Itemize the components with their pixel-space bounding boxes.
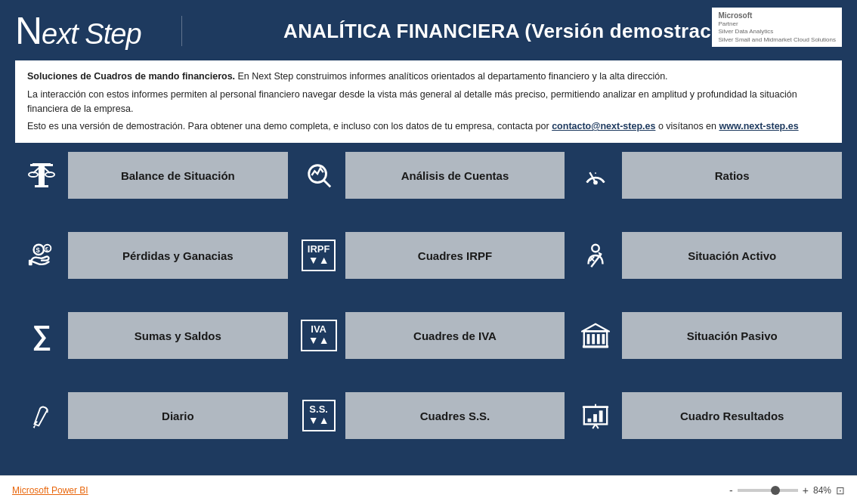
header-divider xyxy=(181,16,182,46)
nav-button-sumas[interactable]: ∑ Sumas y Saldos xyxy=(15,312,288,359)
activo-label: Situación Activo xyxy=(622,249,842,262)
diary-icon xyxy=(27,401,56,430)
info-link-sep: o visítanos en xyxy=(655,121,719,131)
partner-detail1: Silver Data Analytics xyxy=(718,28,836,36)
nav-button-ss[interactable]: S.S. ▼▲ Cuadres S.S. xyxy=(292,392,565,439)
info-para2: La interacción con estos informes permit… xyxy=(27,88,830,116)
pasivo-icon xyxy=(581,321,610,350)
svg-marker-30 xyxy=(583,324,608,332)
ss-icon-box: S.S. ▼▲ xyxy=(292,392,345,439)
nav-button-activo[interactable]: Situación Activo xyxy=(569,232,842,279)
resultados-icon xyxy=(581,401,610,430)
sum-icon: ∑ xyxy=(32,320,51,351)
svg-point-5 xyxy=(45,172,54,177)
nav-button-pasivo[interactable]: Situación Pasivo xyxy=(569,312,842,359)
irpf-text-icon: IRPF ▼▲ xyxy=(302,240,336,271)
logo: Next Step xyxy=(15,9,141,53)
zoom-minus-button[interactable]: - xyxy=(729,484,733,496)
nav-button-balance[interactable]: Balance de Situación xyxy=(15,152,288,199)
svg-rect-28 xyxy=(597,334,600,344)
diario-label: Diario xyxy=(68,410,288,422)
nav-button-irpf[interactable]: IRPF ▼▲ Cuadres IRPF xyxy=(292,232,565,279)
nav-button-iva[interactable]: IVA ▼▲ Cuadres de IVA xyxy=(292,312,565,359)
irpf-label: Cuadres IRPF xyxy=(345,249,565,262)
sumas-label: Sumas y Saldos xyxy=(68,329,288,342)
info-para1: Soluciones de Cuadros de mando financier… xyxy=(27,70,830,84)
ss-text-icon: S.S. ▼▲ xyxy=(302,400,336,431)
sumas-icon-box: ∑ xyxy=(15,312,68,359)
diario-icon-box xyxy=(15,392,68,439)
zoom-slider[interactable] xyxy=(738,489,798,492)
info-bold: Soluciones de Cuadros de mando financier… xyxy=(27,71,235,82)
partner-label: Partner xyxy=(718,20,836,28)
svg-point-12 xyxy=(593,181,598,185)
svg-line-10 xyxy=(323,181,330,187)
website-link[interactable]: www.next-step.es xyxy=(719,121,798,131)
info-section: Soluciones de Cuadros de mando financier… xyxy=(15,60,842,143)
bottom-bar: Microsoft Power BI - + 84% ⊡ xyxy=(0,475,857,504)
nav-button-resultados[interactable]: Cuadro Resultados xyxy=(569,392,842,439)
balance-icon xyxy=(27,161,56,190)
resultados-label: Cuadro Resultados xyxy=(622,410,842,422)
irpf-icon-box: IRPF ▼▲ xyxy=(292,232,345,279)
nav-button-perdidas[interactable]: $ € Pérdidas y Ganacias xyxy=(15,232,288,279)
svg-rect-35 xyxy=(599,410,603,422)
pasivo-label: Situación Pasivo xyxy=(622,329,842,342)
pasivo-icon-box xyxy=(569,312,622,359)
svg-rect-27 xyxy=(592,334,596,344)
zoom-percent: 84% xyxy=(813,485,831,496)
svg-rect-31 xyxy=(583,345,608,348)
iva-label: Cuadres de IVA xyxy=(345,329,565,342)
iva-text-icon: IVA ▼▲ xyxy=(301,320,337,351)
buttons-grid: Balance de Situación Análisis de Cuentas xyxy=(15,152,842,468)
ss-label: Cuadres S.S. xyxy=(345,410,565,422)
money-icon: $ € xyxy=(27,241,56,270)
ratios-label: Ratios xyxy=(622,169,842,182)
zoom-controls: - + 84% ⊡ xyxy=(729,484,845,496)
zoom-slider-thumb xyxy=(771,486,780,495)
nav-button-diario[interactable]: Diario xyxy=(15,392,288,439)
main-content: Next Step ANALÍTICA FINANCIERA (Versión … xyxy=(0,0,857,475)
svg-rect-29 xyxy=(602,334,605,344)
svg-rect-8 xyxy=(35,185,48,187)
balance-label: Balance de Situación xyxy=(68,169,288,182)
analisis-label: Análisis de Cuentas xyxy=(345,169,565,182)
svg-rect-7 xyxy=(39,165,45,186)
svg-rect-18 xyxy=(29,260,32,266)
svg-text:$: $ xyxy=(36,246,40,254)
nav-button-analisis[interactable]: Análisis de Cuentas xyxy=(292,152,565,199)
microsoft-label: Microsoft xyxy=(718,11,836,20)
ratios-icon xyxy=(581,161,610,190)
analysis-icon xyxy=(305,161,333,190)
iva-icon-box: IVA ▼▲ xyxy=(292,312,345,359)
info-para3-text: Esto es una versión de demostración. Par… xyxy=(27,121,549,131)
powerbi-link[interactable]: Microsoft Power BI xyxy=(12,485,88,496)
svg-rect-26 xyxy=(587,334,590,344)
svg-rect-34 xyxy=(593,414,597,422)
perdidas-icon-box: $ € xyxy=(15,232,68,279)
balance-icon-box xyxy=(15,152,68,199)
header-area: Next Step ANALÍTICA FINANCIERA (Versión … xyxy=(0,0,857,60)
analisis-icon-box xyxy=(292,152,345,199)
svg-point-4 xyxy=(29,172,38,177)
ratios-icon-box xyxy=(569,152,622,199)
nav-button-ratios[interactable]: Ratios xyxy=(569,152,842,199)
partner-badge: Microsoft Partner Silver Data Analytics … xyxy=(712,8,842,47)
info-para1-text: En Next Step construimos informes analít… xyxy=(235,71,668,82)
perdidas-label: Pérdidas y Ganacias xyxy=(68,249,288,262)
svg-point-21 xyxy=(592,245,600,252)
zoom-plus-button[interactable]: + xyxy=(803,484,809,496)
fit-screen-icon[interactable]: ⊡ xyxy=(836,484,845,496)
activo-icon-box xyxy=(569,232,622,279)
resultados-icon-box xyxy=(569,392,622,439)
svg-rect-33 xyxy=(588,419,592,422)
activo-icon xyxy=(581,241,610,270)
contact-link[interactable]: contacto@next-step.es xyxy=(552,121,655,131)
logo-area: Next Step xyxy=(15,9,166,53)
partner-detail2: Silver Small and Midmarket Cloud Solutio… xyxy=(718,36,836,44)
info-para3: Esto es una versión de demostración. Par… xyxy=(27,119,830,134)
